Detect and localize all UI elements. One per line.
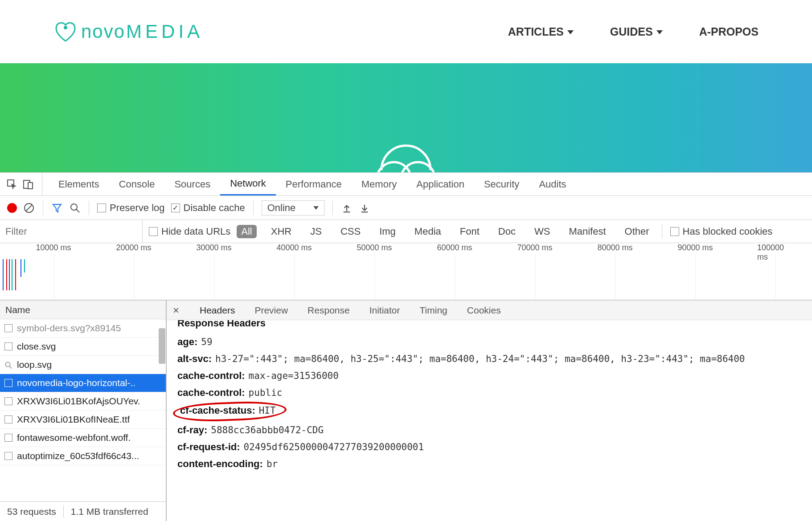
scrollbar-thumb[interactable] <box>159 328 165 364</box>
tick: 90000 ms <box>677 243 713 252</box>
nav-guides[interactable]: GUIDES <box>610 25 663 38</box>
disable-cache-checkbox[interactable]: Disable cache <box>171 202 245 214</box>
tab-network[interactable]: Network <box>220 173 276 195</box>
file-icon <box>4 324 12 332</box>
filter-js[interactable]: JS <box>306 225 326 238</box>
header-value: br <box>267 459 278 469</box>
detail-tab-headers[interactable]: Headers <box>198 301 237 320</box>
request-row[interactable]: autoptimize_60c53fdf66c43... <box>0 447 166 465</box>
tab-security[interactable]: Security <box>474 173 529 195</box>
nav-label: GUIDES <box>610 25 653 38</box>
hero-arcs-icon <box>368 134 444 172</box>
site-header: novoMEDIA ARTICLES GUIDES A-PROPOS <box>0 0 812 63</box>
filter-icon[interactable] <box>51 202 63 214</box>
tab-sources[interactable]: Sources <box>164 173 220 195</box>
nav-apropos[interactable]: A-PROPOS <box>699 25 759 38</box>
header-name: cf-request-id: <box>177 441 240 453</box>
filter-media[interactable]: Media <box>410 225 446 238</box>
filter-doc[interactable]: Doc <box>494 225 520 238</box>
throttling-select[interactable]: Online <box>262 200 325 216</box>
svg-point-10 <box>5 362 10 367</box>
filter-other[interactable]: Other <box>620 225 654 238</box>
divider <box>43 201 43 215</box>
filter-all[interactable]: All <box>237 225 256 238</box>
divider <box>89 201 89 215</box>
close-icon[interactable]: × <box>170 304 182 317</box>
filter-xhr[interactable]: XHR <box>267 225 296 238</box>
request-row[interactable]: XRXV3I6Li01BKofINeaE.ttf <box>0 411 166 429</box>
tab-audits[interactable]: Audits <box>529 173 576 195</box>
search-icon[interactable] <box>69 202 81 214</box>
detail-tab-response[interactable]: Response <box>306 301 352 320</box>
tab-console[interactable]: Console <box>109 173 165 195</box>
tab-memory[interactable]: Memory <box>352 173 406 195</box>
preserve-log-checkbox[interactable]: Preserve log <box>97 202 165 214</box>
download-icon[interactable] <box>359 202 370 214</box>
header-row-highlighted: cf-cache-status: HIT <box>177 401 801 422</box>
header-name: content-encoding: <box>177 458 263 470</box>
tick: 70000 ms <box>517 243 552 252</box>
checkbox-icon <box>97 204 106 212</box>
request-row[interactable]: symbol-ders.svg?x89145 <box>0 319 166 338</box>
detail-tab-timing[interactable]: Timing <box>418 301 449 320</box>
tick: 20000 ms <box>116 243 151 252</box>
hero-banner <box>0 63 812 172</box>
tab-elements[interactable]: Elements <box>49 173 109 195</box>
svg-line-7 <box>26 205 32 211</box>
request-name: symbol-ders.svg?x89145 <box>17 323 121 334</box>
filter-manifest[interactable]: Manifest <box>564 225 610 238</box>
requests-list: symbol-ders.svg?x89145 close.svg loop.sv… <box>0 319 166 501</box>
filter-input[interactable] <box>0 220 143 243</box>
chevron-down-icon <box>567 30 574 34</box>
svg-point-0 <box>64 26 67 29</box>
filter-img[interactable]: Img <box>375 225 400 238</box>
tick: 30000 ms <box>196 243 231 252</box>
device-toggle-icon[interactable] <box>22 179 34 190</box>
devtools-tabs-bar: Elements Console Sources Network Perform… <box>0 173 812 196</box>
clear-icon[interactable] <box>23 202 35 214</box>
hide-data-urls-checkbox[interactable]: Hide data URLs <box>149 226 230 237</box>
devtools-tab-list: Elements Console Sources Network Perform… <box>42 173 576 195</box>
filter-ws[interactable]: WS <box>530 225 554 238</box>
header-value: 59 <box>201 337 212 347</box>
detail-tab-cookies[interactable]: Cookies <box>465 301 503 320</box>
svg-line-11 <box>9 366 12 368</box>
file-icon <box>4 452 12 460</box>
divider <box>662 224 662 239</box>
inspect-icon[interactable] <box>6 179 18 190</box>
blocked-cookies-checkbox[interactable]: Has blocked cookies <box>670 226 773 237</box>
tab-performance[interactable]: Performance <box>276 173 352 195</box>
site-nav: ARTICLES GUIDES A-PROPOS <box>508 25 759 38</box>
disable-cache-label: Disable cache <box>184 202 245 214</box>
record-icon[interactable] <box>7 203 17 213</box>
requests-header[interactable]: Name <box>0 301 166 319</box>
request-row[interactable]: XRXW3I6Li01BKofAjsOUYev. <box>0 392 166 411</box>
header-name: age: <box>177 336 197 348</box>
filter-font[interactable]: Font <box>455 225 484 238</box>
header-row: cf-ray: 5888cc36abbb0472-CDG <box>177 422 801 439</box>
detail-tab-preview[interactable]: Preview <box>253 301 290 320</box>
svg-point-8 <box>71 204 77 210</box>
upload-icon[interactable] <box>341 202 353 214</box>
tab-application[interactable]: Application <box>406 173 474 195</box>
network-filter-row: Hide data URLs All XHR JS CSS Img Media … <box>0 220 812 243</box>
request-row-selected[interactable]: novomedia-logo-horizontal-.. <box>0 374 166 392</box>
filter-css[interactable]: CSS <box>336 225 365 238</box>
request-row[interactable]: fontawesome-webfont.woff. <box>0 429 166 447</box>
header-value: h3-27=":443"; ma=86400, h3-25=":443"; ma… <box>215 354 745 364</box>
svg-rect-5 <box>28 183 33 189</box>
transferred-size: 1.1 MB transferred <box>64 506 156 517</box>
header-value: 5888cc36abbb0472-CDG <box>211 425 324 436</box>
request-detail-panel: × Headers Preview Response Initiator Tim… <box>167 301 812 521</box>
network-waterfall[interactable]: 10000 ms 20000 ms 30000 ms 40000 ms 5000… <box>0 243 812 300</box>
devtools-panel: Elements Console Sources Network Perform… <box>0 172 812 521</box>
site-logo[interactable]: novoMEDIA <box>53 20 203 44</box>
detail-tabs: × Headers Preview Response Initiator Tim… <box>167 301 812 320</box>
detail-tab-initiator[interactable]: Initiator <box>368 301 402 320</box>
file-icon <box>4 342 12 350</box>
file-icon <box>4 379 12 387</box>
request-row[interactable]: close.svg <box>0 338 166 356</box>
request-row[interactable]: loop.svg <box>0 356 166 374</box>
nav-articles[interactable]: ARTICLES <box>508 25 574 38</box>
header-row: age: 59 <box>177 334 801 350</box>
